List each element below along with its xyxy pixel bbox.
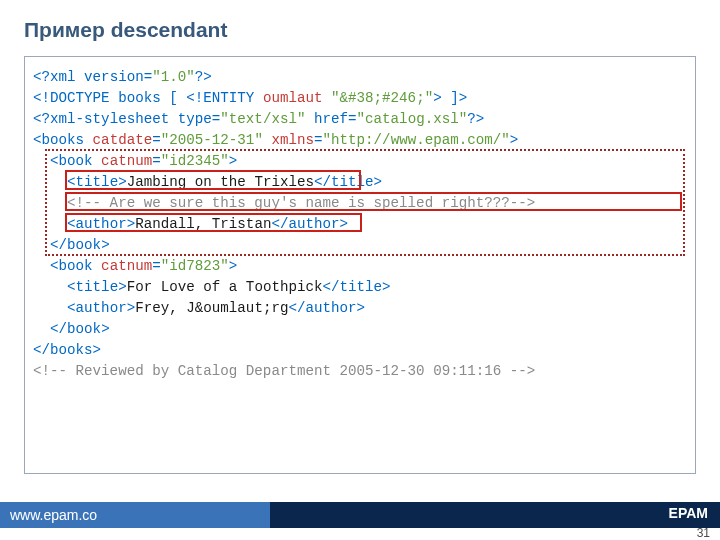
code: books (42, 132, 85, 148)
code: Randall, Tristan (135, 216, 271, 232)
code: "&#38;#246;" (331, 90, 433, 106)
code: > (93, 342, 102, 358)
code: book (67, 321, 101, 337)
code: "http://www.epam.com/" (323, 132, 510, 148)
code: < (33, 153, 59, 169)
code: > (101, 237, 110, 253)
xml-code-block: <?xml version="1.0"?> <!DOCTYPE books [ … (24, 56, 696, 474)
code: = (144, 69, 153, 85)
code: author (288, 216, 339, 232)
code: catdate (84, 132, 152, 148)
code: author (305, 300, 356, 316)
code: book (59, 153, 93, 169)
code: <!DOCTYPE books [ <! (33, 90, 203, 106)
code: > (374, 174, 383, 190)
code: < (33, 258, 59, 274)
code: </ (288, 300, 305, 316)
code: title (340, 279, 383, 295)
code: <? (33, 69, 50, 85)
code: <!-- Are we sure this guy's name is spel… (33, 195, 535, 211)
code: "catalog.xsl" (357, 111, 468, 127)
code: = (348, 111, 357, 127)
code: > (127, 300, 136, 316)
code: catnum (93, 153, 153, 169)
page-number: 31 (697, 526, 710, 540)
code: </ (33, 321, 67, 337)
code: > (118, 279, 127, 295)
code: > (357, 300, 366, 316)
code: > (118, 174, 127, 190)
code: > (340, 216, 349, 232)
code: "id2345" (161, 153, 229, 169)
code: <!-- Reviewed by Catalog Department 2005… (33, 363, 535, 379)
code: title (331, 174, 374, 190)
code: href (305, 111, 348, 127)
code: ?> (195, 69, 212, 85)
code: catnum (93, 258, 153, 274)
code: > (382, 279, 391, 295)
code: Frey, J&oumlaut;rg (135, 300, 288, 316)
code: book (59, 258, 93, 274)
code: ENTITY (203, 90, 254, 106)
code: > (510, 132, 519, 148)
code: > ]> (433, 90, 467, 106)
code: </ (271, 216, 288, 232)
code: < (33, 279, 76, 295)
code: < (33, 216, 76, 232)
footer-brand: EPAM (669, 505, 708, 521)
code: author (76, 216, 127, 232)
code: xml version (50, 69, 144, 85)
code: For Love of a Toothpick (127, 279, 323, 295)
code: > (101, 321, 110, 337)
code: = (152, 153, 161, 169)
code: < (33, 174, 76, 190)
code: "id7823" (161, 258, 229, 274)
code: <? (33, 111, 50, 127)
code: = (152, 132, 161, 148)
code: < (33, 300, 76, 316)
code: ?> (467, 111, 484, 127)
slide-title: Пример descendant (24, 18, 227, 42)
code: book (67, 237, 101, 253)
code: oumlaut (254, 90, 331, 106)
code: title (76, 174, 119, 190)
code: > (229, 258, 238, 274)
code: </ (314, 174, 331, 190)
code: = (314, 132, 323, 148)
code: Jambing on the Trixles (127, 174, 314, 190)
code: books (50, 342, 93, 358)
code: < (33, 132, 42, 148)
code: "1.0" (152, 69, 195, 85)
code: author (76, 300, 127, 316)
footer-right: EPAM (270, 502, 720, 528)
code: "text/xsl" (220, 111, 305, 127)
code: xmlns (263, 132, 314, 148)
code: > (127, 216, 136, 232)
code: xml-stylesheet type (50, 111, 212, 127)
code: title (76, 279, 119, 295)
footer: www.epam.co EPAM (0, 502, 720, 528)
code: > (229, 153, 238, 169)
code: = (152, 258, 161, 274)
code: "2005-12-31" (161, 132, 263, 148)
footer-url: www.epam.co (0, 502, 270, 528)
code: </ (33, 342, 50, 358)
code: </ (33, 237, 67, 253)
code: </ (323, 279, 340, 295)
